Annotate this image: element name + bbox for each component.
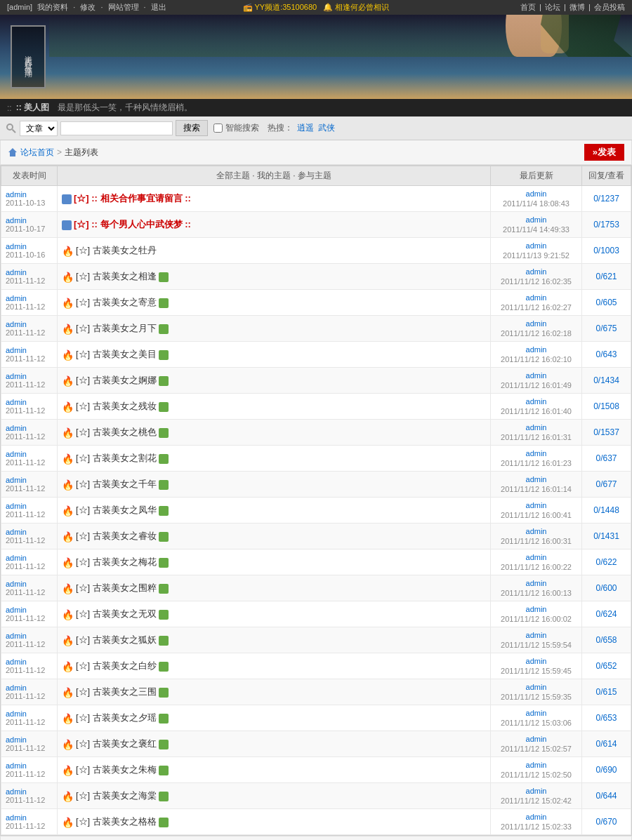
hot-link-xiaoyao[interactable]: 逍遥 (297, 122, 314, 134)
fire-icon: 🔥 (62, 687, 74, 698)
post-user[interactable]: admin (6, 268, 53, 276)
last-user[interactable]: admin (526, 215, 547, 224)
post-user[interactable]: admin (6, 294, 53, 302)
topic-link[interactable]: [☆] 古装美女之海棠 (76, 790, 157, 801)
post-user[interactable]: admin (6, 320, 53, 328)
topic-link[interactable]: [☆] 古装美女之三围 (76, 686, 157, 697)
post-user[interactable]: admin (6, 735, 53, 744)
topic-link[interactable]: [☆] 古装美女之割花 (76, 453, 157, 463)
post-user[interactable]: admin (6, 658, 53, 666)
last-user[interactable]: admin (526, 293, 547, 302)
last-user[interactable]: admin (526, 813, 547, 821)
reply-count: 0/675 (595, 324, 617, 333)
topic-link[interactable]: [☆] 古装美女之凤华 (76, 505, 157, 515)
post-user[interactable]: admin (6, 684, 53, 692)
home-nav-link[interactable]: 首页 (520, 3, 536, 11)
topic-link[interactable]: [☆] 古装美女之白纱 (76, 660, 157, 671)
smart-search-checkbox[interactable] (213, 124, 223, 133)
topic-link[interactable]: [☆] 古装美女之桃色 (76, 427, 157, 437)
last-user[interactable]: admin (526, 605, 547, 613)
topic-link[interactable]: [☆] 古装美女之格格 (76, 816, 157, 827)
topic-link[interactable]: [☆] 古装美女之残妆 (76, 401, 157, 411)
last-user[interactable]: admin (526, 345, 547, 354)
post-user[interactable]: admin (6, 502, 53, 510)
logout-link[interactable]: 退出 (151, 3, 166, 11)
topic-link[interactable]: [☆] 古装美女之牡丹 (76, 245, 157, 255)
post-user[interactable]: admin (6, 761, 53, 770)
topic-link[interactable]: [☆] :: 相关合作事宜请留言 :: (74, 193, 191, 204)
post-user[interactable]: admin (6, 606, 53, 614)
last-user[interactable]: admin (526, 579, 547, 587)
topic-link[interactable]: [☆] 古装美女之千年 (76, 479, 157, 489)
site-admin-link[interactable]: 网站管理 (108, 3, 139, 11)
post-user[interactable]: admin (6, 372, 53, 380)
topic-link[interactable]: [☆] 古装美女之相逢 (76, 271, 157, 281)
post-user[interactable]: admin (6, 450, 53, 458)
topic-link[interactable]: [☆] 古装美女之美目 (76, 349, 157, 359)
last-time: 2011/11/12 16:02:35 (501, 277, 572, 286)
post-user[interactable]: admin (6, 632, 53, 640)
last-user[interactable]: admin (526, 241, 547, 250)
last-user[interactable]: admin (526, 501, 547, 509)
post-user[interactable]: admin (6, 709, 53, 718)
last-user[interactable]: admin (526, 475, 547, 484)
topic-link[interactable]: [☆] 古装美女之围粹 (76, 582, 157, 593)
last-user[interactable]: admin (526, 423, 547, 432)
topic-link[interactable]: [☆] 古装美女之睿妆 (76, 531, 157, 541)
post-user[interactable]: admin (6, 813, 53, 822)
post-user[interactable]: admin (6, 216, 53, 225)
last-user[interactable]: admin (526, 787, 547, 795)
search-input[interactable] (60, 121, 173, 135)
post-user[interactable]: admin (6, 398, 53, 406)
last-user[interactable]: admin (526, 683, 547, 691)
post-user[interactable]: admin (6, 580, 53, 588)
topic-link[interactable]: [☆] 古装美女之月下 (76, 323, 157, 333)
last-user[interactable]: admin (526, 527, 547, 535)
last-time: 2011/11/12 16:01:31 (501, 433, 572, 441)
post-button[interactable]: »发表 (584, 144, 624, 161)
post-user[interactable]: admin (6, 528, 53, 536)
topic-link[interactable]: [☆] 古装美女之梅花 (76, 556, 157, 567)
last-user[interactable]: admin (526, 735, 547, 743)
last-user[interactable]: admin (526, 319, 547, 328)
last-user[interactable]: admin (526, 709, 547, 717)
topic-link[interactable]: [☆] :: 每个男人心中武侠梦 :: (74, 219, 191, 229)
last-user[interactable]: admin (526, 657, 547, 665)
last-user[interactable]: admin (526, 631, 547, 639)
last-user[interactable]: admin (526, 553, 547, 561)
submit-nav-link[interactable]: 会员投稿 (594, 3, 625, 11)
last-user[interactable]: admin (526, 189, 547, 198)
topic-link[interactable]: [☆] 古装美女之夕瑶 (76, 712, 157, 723)
edit-link[interactable]: 修改 (80, 3, 96, 11)
topic-link[interactable]: [☆] 古装美女之狐妖 (76, 634, 157, 645)
post-user[interactable]: admin (6, 346, 53, 354)
topic-link[interactable]: [☆] 古装美女之无双 (76, 608, 157, 619)
post-user[interactable]: admin (6, 787, 53, 796)
breadcrumb-home-link[interactable]: 论坛首页 (20, 147, 54, 159)
weibo-nav-link[interactable]: 微博 (570, 3, 585, 11)
topic-link[interactable]: [☆] 古装美女之朱梅 (76, 764, 157, 775)
search-type-select[interactable]: 文章 (20, 121, 58, 136)
search-button[interactable]: 搜索 (176, 120, 208, 136)
forum-nav-link[interactable]: 论坛 (545, 3, 560, 11)
topic-link[interactable]: [☆] 古装美女之婀娜 (76, 375, 157, 385)
last-user[interactable]: admin (526, 267, 547, 276)
post-user[interactable]: admin (6, 242, 53, 251)
post-user[interactable]: admin (6, 424, 53, 432)
post-user[interactable]: admin (6, 190, 53, 199)
hot-link-wuxia[interactable]: 武侠 (318, 122, 335, 134)
last-user[interactable]: admin (526, 761, 547, 769)
img-tag (159, 740, 169, 749)
topic-link[interactable]: [☆] 古装美女之寄意 (76, 297, 157, 307)
topic-link[interactable]: [☆] 古装美女之褒红 (76, 738, 157, 749)
post-user[interactable]: admin (6, 476, 53, 484)
last-update-cell: admin2011/11/12 16:00:13 (491, 575, 582, 601)
site-logo[interactable]: 逆 天 而 行 笑 傲 江 湖 (7, 22, 49, 92)
last-user[interactable]: admin (526, 449, 547, 458)
fire-icon: 🔥 (62, 609, 74, 620)
last-user[interactable]: admin (526, 397, 547, 406)
last-user[interactable]: admin (526, 371, 547, 380)
my-profile-link[interactable]: 我的资料 (37, 3, 68, 11)
post-user[interactable]: admin (6, 554, 53, 562)
table-row: admin2011-11-12🔥[☆] 古装美女之三围admin2011/11/… (1, 679, 631, 705)
